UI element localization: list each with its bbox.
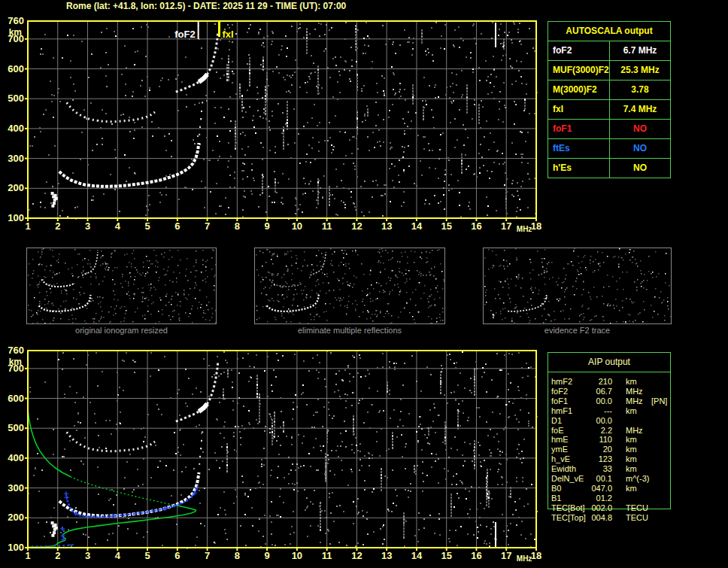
svg-text:3: 3	[85, 220, 90, 232]
autoscala-param-value: 3.78	[610, 80, 670, 99]
autoscala-param-label: M(3000)F2	[548, 80, 610, 99]
svg-text:16: 16	[471, 220, 481, 232]
aip-lab: foE	[551, 426, 564, 436]
svg-text:km: km	[9, 27, 22, 38]
svg-text:14: 14	[411, 550, 423, 561]
svg-text:17: 17	[501, 220, 511, 232]
aip-lab: Ewidth	[551, 464, 576, 474]
svg-text:7: 7	[205, 550, 210, 561]
svg-text:6: 6	[174, 220, 180, 232]
autoscala-param-value: NO	[610, 139, 670, 158]
aip-val: 33	[578, 464, 612, 474]
aip-val: 00.1	[578, 474, 612, 484]
svg-text:9: 9	[265, 220, 270, 232]
aip-val: 2.2	[578, 426, 612, 436]
svg-text:9: 9	[265, 550, 270, 561]
svg-text:8: 8	[235, 220, 240, 232]
svg-text:4: 4	[115, 550, 121, 561]
autoscala-param-value: 25.3 MHz	[610, 61, 670, 80]
aip-val: 110	[578, 435, 612, 445]
aip-row-foF1: foF100.0MHz[PN]	[548, 396, 671, 406]
aip-lab: ymE	[551, 445, 568, 454]
svg-text:MHz: MHz	[517, 225, 532, 233]
svg-text:2: 2	[55, 550, 60, 561]
svg-text:fxI: fxI	[222, 29, 233, 40]
aip-val: 06.7	[578, 387, 612, 396]
thumbnail-noise	[484, 248, 671, 323]
autoscala-param-label: MUF(3000)F2	[548, 61, 610, 80]
aip-table-title: AIP output	[548, 353, 670, 372]
svg-text:12: 12	[351, 550, 362, 561]
aip-row-hmF1: hmF1---km	[548, 406, 671, 416]
aip-val: 01.2	[578, 494, 612, 503]
svg-text:500: 500	[8, 422, 24, 433]
svg-text:400: 400	[8, 123, 24, 134]
autoscala-param-label: ftEs	[548, 139, 610, 158]
aip-unit: km	[626, 484, 637, 494]
station-title: Rome (lat: +41.8, lon: 012.5) - DATE: 20…	[66, 1, 346, 11]
svg-text:300: 300	[8, 482, 24, 494]
aip-row-TECBot: TEC[Bot]002.0TECU	[548, 503, 671, 513]
aip-row-B1: B101.2	[548, 494, 671, 503]
svg-text:200: 200	[8, 512, 24, 523]
aip-val: 210	[578, 377, 612, 387]
svg-text:10: 10	[292, 220, 302, 232]
bottom-ionogram-chart: 760700600500400300200100km12345678910111…	[8, 345, 541, 563]
thumbnail-evidence-f2	[483, 248, 672, 324]
aip-row-hvE: h_vE123km	[548, 454, 671, 464]
marker-fxI: fxI	[219, 21, 233, 40]
aip-row-DelNvE: DelN_vE00.1m^(-3)	[548, 474, 671, 484]
svg-text:17: 17	[501, 550, 511, 561]
marker-foF2: foF2	[174, 21, 198, 40]
autoscala-row-MUF3000F2: MUF(3000)F225.3 MHz	[548, 61, 670, 80]
svg-text:600: 600	[8, 63, 24, 74]
autoscala-param-value: NO	[610, 159, 670, 178]
aip-lab: h_vE	[551, 454, 570, 464]
echo-traces	[51, 361, 218, 537]
autoscala-table-title: AUTOSCALA output	[548, 22, 670, 41]
svg-text:foF2: foF2	[174, 29, 195, 40]
aip-row-foF2: foF206.7MHz	[548, 387, 671, 396]
aip-val: 004.8	[578, 513, 612, 523]
aip-unit: m^(-3)	[626, 474, 649, 484]
thumbnail-eliminate-reflections	[254, 248, 445, 324]
autoscala-table-rows: foF26.7 MHzMUF(3000)F225.3 MHzM(3000)F23…	[548, 41, 670, 178]
thumbnail-caption-original: original ionogram resized	[26, 326, 217, 336]
svg-text:13: 13	[381, 220, 392, 232]
thumbnail-caption-eliminate: eliminate multiple reflections	[254, 326, 445, 336]
aip-note: [PN]	[651, 396, 667, 406]
echo-noise	[29, 22, 538, 220]
svg-text:5: 5	[144, 220, 150, 232]
aip-row-B0: B0047.0km	[548, 484, 671, 494]
aip-unit: km	[626, 406, 637, 416]
grid-lines	[28, 21, 536, 218]
svg-text:10: 10	[292, 550, 302, 561]
autoscala-param-label: foF2	[548, 41, 610, 60]
aip-val: 00.0	[578, 396, 612, 406]
svg-text:15: 15	[441, 550, 451, 561]
autoscala-param-label: foF1	[548, 120, 610, 138]
aip-unit: km	[626, 435, 637, 445]
svg-text:100: 100	[8, 212, 24, 223]
svg-text:11: 11	[322, 220, 332, 232]
svg-text:16: 16	[471, 550, 481, 561]
aip-unit: km	[626, 377, 637, 387]
autoscala-output-table: AUTOSCALA output foF26.7 MHzMUF(3000)F22…	[548, 21, 671, 178]
svg-text:5: 5	[144, 550, 150, 561]
autoscala-row-ftEs: ftEsNO	[548, 139, 670, 159]
aip-lab: B1	[551, 494, 561, 503]
svg-text:18: 18	[531, 550, 541, 561]
aip-row-Ewidth: Ewidth33km	[548, 464, 671, 474]
aip-row-hmE: hmE110km	[548, 435, 671, 445]
aip-unit: TECU	[626, 513, 648, 523]
svg-text:100: 100	[8, 542, 24, 553]
svg-text:760: 760	[8, 345, 24, 356]
aip-lab: B0	[551, 484, 561, 494]
svg-text:3: 3	[85, 550, 90, 561]
svg-text:13: 13	[381, 550, 392, 561]
svg-text:12: 12	[351, 220, 362, 232]
autoscala-row-hEs: h'EsNO	[548, 159, 670, 178]
autoscala-row-M3000F2: M(3000)F23.78	[548, 80, 670, 100]
aip-row-hmF2: hmF2210km	[548, 377, 671, 387]
thumbnail-original-ionogram	[26, 248, 217, 324]
